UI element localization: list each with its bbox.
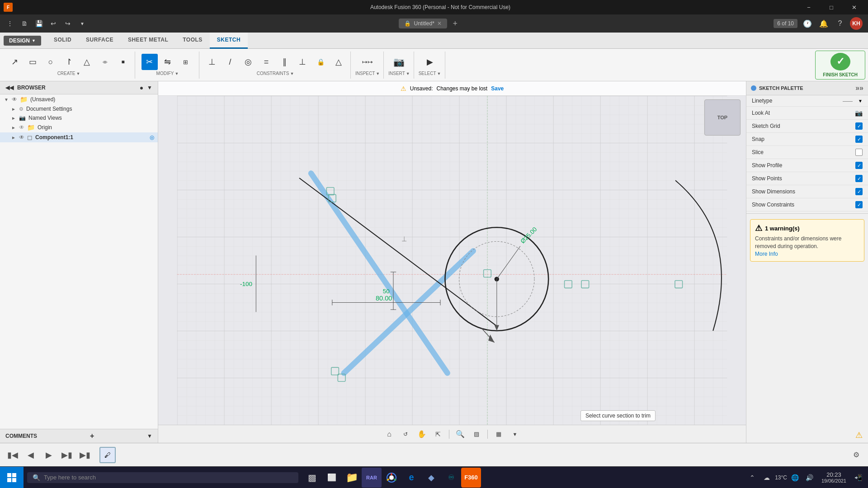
- taskbar-search[interactable]: 🔍 Type here to search: [27, 472, 298, 483]
- design-dropdown[interactable]: DESIGN ▼: [4, 36, 41, 46]
- pan-button[interactable]: ✋: [415, 427, 429, 441]
- concentric-tool[interactable]: ◎: [240, 54, 256, 70]
- fusion360-icon[interactable]: F360: [461, 468, 481, 488]
- select-arrow[interactable]: ▼: [437, 71, 441, 76]
- offset-tool[interactable]: ⇋: [160, 54, 176, 70]
- skip-end-button[interactable]: ▶▮: [78, 448, 92, 462]
- browser-item-doc-settings[interactable]: ► ⚙ Document Settings: [0, 104, 158, 113]
- notification-tray-icon[interactable]: 📲: [852, 471, 864, 484]
- palette-expand-icon[interactable]: »»: [855, 84, 863, 92]
- midpoint-tool[interactable]: △: [330, 54, 347, 70]
- browser-item-component[interactable]: ► 👁 ◻ Component1:1 ◎: [0, 132, 158, 142]
- sketch-grid-checkbox[interactable]: ✓: [855, 122, 863, 130]
- create-arrow[interactable]: ▼: [76, 71, 80, 76]
- display-mode-button[interactable]: ▨: [469, 427, 484, 441]
- rectangle-tool[interactable]: ▭: [24, 54, 41, 70]
- volume-icon[interactable]: 🔊: [803, 471, 816, 484]
- view-options-button[interactable]: ▼: [508, 427, 522, 441]
- polygon-tool[interactable]: △: [79, 54, 95, 70]
- rar-icon[interactable]: RAR: [362, 468, 382, 488]
- tab-tools[interactable]: TOOLS: [175, 33, 210, 49]
- tab-sketch[interactable]: SKETCH: [210, 33, 248, 49]
- fix-tool[interactable]: 🔒: [312, 54, 329, 70]
- undo-button[interactable]: ↩: [47, 17, 60, 30]
- snap-checkbox[interactable]: ✓: [855, 136, 863, 143]
- vs-code-icon[interactable]: ◆: [421, 468, 441, 488]
- widgets-button[interactable]: ⬜: [322, 468, 342, 488]
- project-tool[interactable]: ⊞: [178, 54, 194, 70]
- palette-sketch-grid[interactable]: Sketch Grid ✓: [746, 120, 868, 133]
- parallel-tool[interactable]: ∥: [276, 54, 292, 70]
- insert-image-tool[interactable]: 📷: [391, 54, 407, 70]
- prev-button[interactable]: ◀: [24, 448, 38, 462]
- perpendicular-tool[interactable]: ⊥: [294, 54, 311, 70]
- component-target-icon[interactable]: ◎: [150, 134, 154, 141]
- new-button[interactable]: 🗎: [18, 17, 31, 30]
- play-button[interactable]: ▶: [42, 448, 56, 462]
- line-tool[interactable]: ↗: [6, 54, 23, 70]
- notification-button[interactable]: 🔔: [817, 17, 830, 30]
- slot-tool[interactable]: ⌯: [97, 54, 113, 70]
- trim-tool[interactable]: ✂: [142, 54, 158, 70]
- timeline-sketch-icon[interactable]: 🖋: [99, 447, 116, 463]
- start-button[interactable]: [0, 467, 24, 488]
- tab-close-icon[interactable]: ✕: [437, 20, 442, 27]
- inspect-arrow[interactable]: ▼: [376, 71, 380, 76]
- look-at-icon[interactable]: 📷: [855, 109, 863, 117]
- palette-slice[interactable]: Slice: [746, 146, 868, 159]
- palette-snap[interactable]: Snap ✓: [746, 133, 868, 146]
- show-points-checkbox[interactable]: ✓: [855, 175, 863, 182]
- active-tab-pill[interactable]: 🔒 Untitled* ✕: [399, 19, 447, 28]
- skip-start-button[interactable]: ▮◀: [5, 448, 20, 462]
- palette-show-points[interactable]: Show Points ✓: [746, 172, 868, 185]
- browser-pin-icon[interactable]: ●: [140, 84, 143, 91]
- eye-icon-component[interactable]: 👁: [19, 134, 24, 141]
- time-display[interactable]: 20:23 19/06/2021: [818, 471, 850, 483]
- explorer-icon[interactable]: 📁: [342, 468, 362, 488]
- save-link[interactable]: Save: [491, 85, 504, 92]
- redo-button[interactable]: ↪: [61, 17, 74, 30]
- timeline-settings-icon[interactable]: ⚙: [850, 449, 863, 461]
- task-view-button[interactable]: ▩: [302, 468, 322, 488]
- tab-sheet-metal[interactable]: SHEET METAL: [121, 33, 175, 49]
- palette-show-dimensions[interactable]: Show Dimensions ✓: [746, 185, 868, 198]
- modify-arrow[interactable]: ▼: [175, 71, 179, 76]
- orbit-button[interactable]: ↺: [398, 427, 413, 441]
- arc-tool[interactable]: ↾: [61, 54, 77, 70]
- palette-warning-icon[interactable]: ⚠: [746, 427, 868, 443]
- chrome-icon[interactable]: [382, 468, 401, 488]
- more-qa-button[interactable]: ▼: [76, 17, 89, 30]
- circle-tool[interactable]: ○: [42, 54, 59, 70]
- new-tab-button[interactable]: +: [449, 17, 462, 30]
- user-avatar[interactable]: KH: [850, 17, 863, 30]
- tab-surface[interactable]: SURFACE: [79, 33, 121, 49]
- fit-button[interactable]: ⇱: [431, 427, 445, 441]
- show-dimensions-checkbox[interactable]: ✓: [855, 188, 863, 195]
- collapse-browser-icon[interactable]: ◀◀: [5, 84, 14, 91]
- minimize-button[interactable]: −: [798, 0, 819, 14]
- constraints-arrow[interactable]: ▼: [290, 71, 294, 76]
- browser-more-icon[interactable]: ▼: [147, 84, 152, 91]
- collinear-tool[interactable]: /: [222, 54, 238, 70]
- close-button[interactable]: ✕: [844, 0, 864, 14]
- palette-show-constraints[interactable]: Show Constraints ✓: [746, 198, 868, 211]
- view-cube[interactable]: TOP: [704, 99, 741, 136]
- more-info-link[interactable]: More Info: [755, 251, 778, 257]
- palette-show-profile[interactable]: Show Profile ✓: [746, 159, 868, 172]
- show-hidden-icons[interactable]: ⌃: [746, 471, 759, 484]
- next-button[interactable]: ▶▮: [60, 448, 74, 462]
- browser-item-unsaved[interactable]: ▼ 👁 📁 (Unsaved): [0, 94, 158, 104]
- help-button[interactable]: ?: [834, 17, 846, 30]
- finish-sketch-button[interactable]: ✓ FINISH SKETCH: [815, 51, 865, 80]
- slice-checkbox[interactable]: [855, 149, 863, 156]
- point-tool[interactable]: ■: [115, 54, 131, 70]
- eye-closed-icon[interactable]: 👁: [19, 124, 24, 131]
- coincident-tool[interactable]: ⊥: [204, 54, 220, 70]
- add-comment-icon[interactable]: +: [90, 432, 94, 440]
- select-tool[interactable]: ▶: [422, 54, 438, 70]
- arduino-icon[interactable]: ♾: [441, 468, 461, 488]
- grid-icon[interactable]: ⋮: [4, 17, 16, 30]
- edge-icon[interactable]: e: [401, 468, 421, 488]
- insert-arrow[interactable]: ▼: [406, 71, 410, 76]
- linetype-dropdown-icon[interactable]: ▼: [858, 99, 863, 103]
